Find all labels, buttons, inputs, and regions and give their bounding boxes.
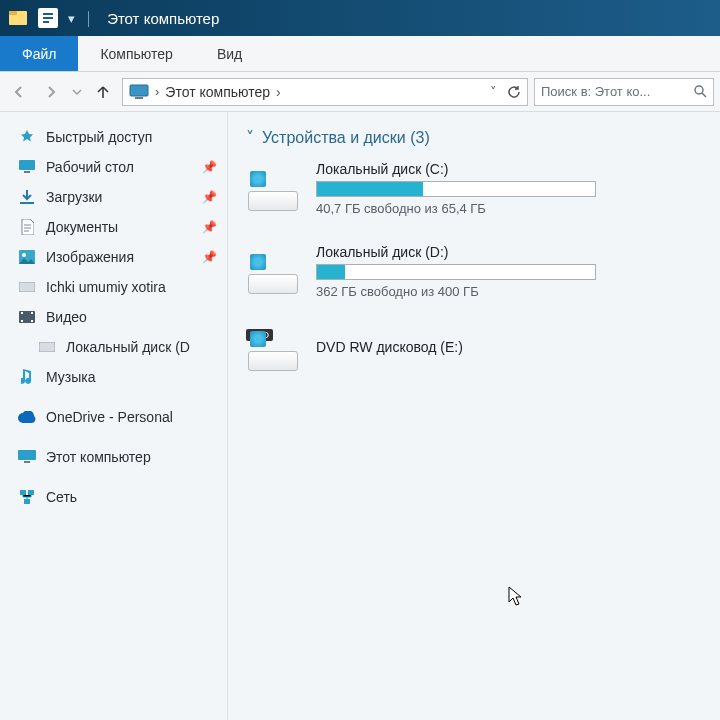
- titlebar: ▾ │ Этот компьютер: [0, 0, 720, 36]
- svg-rect-12: [20, 202, 34, 204]
- sidebar-item-downloads[interactable]: Загрузки 📌: [4, 182, 223, 212]
- nav-forward-button[interactable]: [38, 79, 64, 105]
- address-dropdown-icon[interactable]: ˅: [490, 84, 497, 99]
- usage-bar: [316, 264, 596, 280]
- sidebar-item-label: Ichki umumiy xotira: [46, 279, 166, 295]
- drive-e-dvd[interactable]: DVD DVD RW дисковод (E:): [246, 327, 702, 371]
- cursor-icon: [508, 586, 522, 606]
- svg-rect-4: [43, 17, 53, 19]
- svg-rect-5: [43, 21, 49, 23]
- chevron-down-icon: ˅: [246, 128, 254, 147]
- chevron-right-icon: ›: [276, 84, 281, 100]
- network-icon: [18, 488, 36, 506]
- breadcrumb-label: Этот компьютер: [165, 84, 270, 100]
- breadcrumb[interactable]: Этот компьютер ›: [165, 84, 280, 100]
- qa-dropdown-icon[interactable]: ▾: [68, 11, 75, 26]
- svg-rect-21: [39, 342, 55, 352]
- nav-recent-dropdown[interactable]: [70, 79, 84, 105]
- usage-fill: [317, 182, 423, 196]
- navbar: › Этот компьютер › ˅ Поиск в: Этот ко...: [0, 72, 720, 112]
- pin-icon: 📌: [202, 220, 217, 234]
- sidebar-item-label: OneDrive - Personal: [46, 409, 173, 425]
- sidebar-item-label: Рабочий стол: [46, 159, 134, 175]
- music-icon: [18, 368, 36, 386]
- svg-rect-15: [19, 282, 35, 292]
- sidebar-item-network[interactable]: Сеть: [4, 482, 223, 512]
- dvd-icon: DVD: [246, 327, 300, 371]
- ribbon: Файл Компьютер Вид: [0, 36, 720, 72]
- svg-rect-20: [31, 320, 33, 322]
- drive-icon: [38, 338, 56, 356]
- pin-icon: 📌: [202, 190, 217, 204]
- tab-label: Компьютер: [100, 46, 172, 62]
- usage-bar: [316, 181, 596, 197]
- sidebar-item-this-pc[interactable]: Этот компьютер: [4, 442, 223, 472]
- nav-up-button[interactable]: [90, 79, 116, 105]
- drive-c[interactable]: Локальный диск (C:) 40,7 ГБ свободно из …: [246, 161, 702, 216]
- sidebar-item-label: Загрузки: [46, 189, 102, 205]
- drive-title: DVD RW дисковод (E:): [316, 339, 702, 355]
- search-placeholder: Поиск в: Этот ко...: [541, 84, 650, 99]
- sidebar-item-local-disk-d[interactable]: Локальный диск (D: [4, 332, 223, 362]
- star-icon: [18, 128, 36, 146]
- nav-back-button[interactable]: [6, 79, 32, 105]
- sidebar-item-onedrive[interactable]: OneDrive - Personal: [4, 402, 223, 432]
- sidebar-item-label: Видео: [46, 309, 87, 325]
- drive-icon: [18, 278, 36, 296]
- desktop-icon: [18, 158, 36, 176]
- sidebar: Быстрый доступ Рабочий стол 📌 Загрузки 📌…: [0, 112, 228, 720]
- drive-d[interactable]: Локальный диск (D:) 362 ГБ свободно из 4…: [246, 244, 702, 299]
- sidebar-item-internal-storage[interactable]: Ichki umumiy xotira: [4, 272, 223, 302]
- pin-icon: 📌: [202, 250, 217, 264]
- sidebar-item-videos[interactable]: Видео: [4, 302, 223, 332]
- qa-props-icon[interactable]: [38, 8, 58, 28]
- tab-label: Файл: [22, 46, 56, 62]
- sidebar-item-documents[interactable]: Документы 📌: [4, 212, 223, 242]
- section-header[interactable]: ˅ Устройства и диски (3): [246, 128, 702, 147]
- svg-rect-24: [20, 490, 26, 495]
- search-input[interactable]: Поиск в: Этот ко...: [534, 78, 714, 106]
- drive-info: Локальный диск (D:) 362 ГБ свободно из 4…: [316, 244, 702, 299]
- svg-point-14: [22, 253, 26, 257]
- document-icon: [18, 218, 36, 236]
- svg-rect-23: [24, 461, 30, 463]
- svg-rect-25: [28, 490, 34, 495]
- svg-rect-18: [21, 320, 23, 322]
- chevron-right-icon: ›: [155, 84, 159, 99]
- svg-rect-19: [31, 312, 33, 314]
- svg-rect-11: [24, 171, 30, 173]
- sidebar-item-quick-access[interactable]: Быстрый доступ: [4, 122, 223, 152]
- window-title: Этот компьютер: [107, 10, 219, 27]
- drive-info: DVD RW дисковод (E:): [316, 339, 702, 359]
- sidebar-item-label: Сеть: [46, 489, 77, 505]
- content: ˅ Устройства и диски (3) Локальный диск …: [228, 112, 720, 720]
- sidebar-item-desktop[interactable]: Рабочий стол 📌: [4, 152, 223, 182]
- search-icon: [694, 85, 707, 98]
- pc-icon: [18, 448, 36, 466]
- usage-fill: [317, 265, 345, 279]
- sidebar-item-label: Документы: [46, 219, 118, 235]
- hdd-icon: [246, 250, 300, 294]
- cloud-icon: [18, 408, 36, 426]
- pin-icon: 📌: [202, 160, 217, 174]
- drive-info: Локальный диск (C:) 40,7 ГБ свободно из …: [316, 161, 702, 216]
- titlebar-separator: │: [85, 11, 93, 26]
- svg-rect-7: [135, 97, 143, 99]
- tab-file[interactable]: Файл: [0, 36, 78, 71]
- video-icon: [18, 308, 36, 326]
- svg-rect-6: [130, 85, 148, 96]
- sidebar-item-music[interactable]: Музыка: [4, 362, 223, 392]
- sidebar-item-label: Изображения: [46, 249, 134, 265]
- sidebar-item-pictures[interactable]: Изображения 📌: [4, 242, 223, 272]
- pc-icon: [129, 84, 149, 100]
- address-bar[interactable]: › Этот компьютер › ˅: [122, 78, 528, 106]
- body: Быстрый доступ Рабочий стол 📌 Загрузки 📌…: [0, 112, 720, 720]
- svg-point-8: [695, 86, 703, 94]
- refresh-icon[interactable]: [507, 85, 521, 99]
- sidebar-item-label: Локальный диск (D: [66, 339, 190, 355]
- section-title: Устройства и диски (3): [262, 129, 430, 147]
- tab-view[interactable]: Вид: [195, 36, 264, 71]
- svg-rect-26: [24, 499, 30, 504]
- tab-computer[interactable]: Компьютер: [78, 36, 194, 71]
- svg-rect-10: [19, 160, 35, 170]
